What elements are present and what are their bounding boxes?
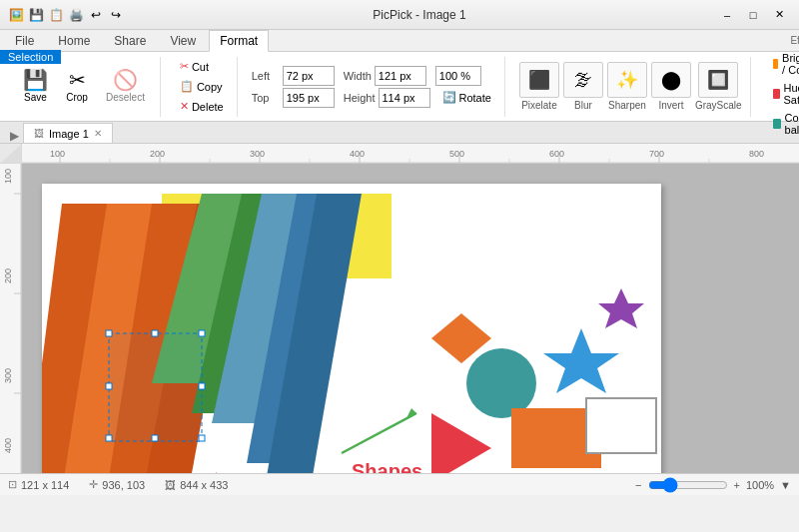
doc-tab-list-icon[interactable]: ▶ (6, 129, 23, 143)
pixelate-button[interactable]: ⬛ (519, 62, 559, 98)
effects-title: Effects (769, 35, 799, 46)
handle-bl (106, 435, 112, 441)
handle-br (199, 435, 205, 441)
delete-icon: ✕ (180, 100, 189, 113)
left-label: Left (252, 70, 280, 82)
handle-bm (152, 435, 158, 441)
title-bar: 🖼️ 💾 📋 🖨️ ↩ ↪ PicPick - Image 1 – □ ✕ (0, 0, 799, 30)
brightness-color-swatch (773, 59, 779, 69)
zoom-dropdown-icon[interactable]: ▼ (780, 479, 791, 491)
balance-label: Color balance (785, 112, 799, 136)
pixelate-label: Pixelate (521, 100, 557, 111)
handle-tm (152, 330, 158, 336)
grayscale-button[interactable]: 🔲 (698, 62, 738, 98)
blue-star (543, 328, 619, 393)
color-balance-button[interactable]: Color balance (769, 110, 799, 138)
color-effects-group: Effects Brightness / Contrast Hue / Satu… (759, 57, 799, 117)
zoom-controls: − + 100% ▼ (635, 478, 791, 492)
window-controls: – □ ✕ (715, 5, 791, 25)
grayscale-label: GrayScale (695, 100, 742, 111)
save-icon[interactable]: 💾 (28, 7, 44, 23)
cut-button[interactable]: ✂ Cut (175, 57, 229, 76)
balance-color-swatch (773, 119, 781, 129)
deselect-button[interactable]: 🚫 Deselect (99, 66, 152, 107)
zoom-minus-icon[interactable]: − (635, 479, 641, 491)
blur-button[interactable]: 🌫 (563, 62, 603, 98)
cut-icon: ✂ (180, 60, 189, 73)
title-bar-tools: 🖼️ 💾 📋 🖨️ ↩ ↪ (8, 7, 124, 23)
brightness-button[interactable]: Brightness / Contrast (769, 50, 799, 78)
svg-line-34 (342, 413, 416, 453)
sharpen-button[interactable]: ✨ (607, 62, 647, 98)
redo-icon[interactable]: ↪ (108, 7, 124, 23)
height-field[interactable] (379, 88, 430, 108)
svg-text:500: 500 (449, 149, 464, 159)
hue-color-swatch (773, 89, 780, 99)
zoom-plus-icon[interactable]: + (734, 479, 740, 491)
tab-format[interactable]: Format (209, 30, 269, 52)
svg-text:100: 100 (3, 169, 13, 184)
save-button[interactable]: 💾 Save (16, 66, 55, 107)
status-bar: ⊡ 121 x 114 ✛ 936, 103 🖼 844 x 433 − + 1… (0, 473, 799, 495)
copy-icon: 📋 (180, 80, 194, 93)
maximize-button[interactable]: □ (741, 5, 765, 25)
document-tab-image1[interactable]: 🖼 Image 1 ✕ (23, 123, 113, 143)
teal-circle (466, 348, 536, 418)
canvas: Shapes LINE Hello world. Curved Arrow wi… (42, 184, 661, 473)
tab-file[interactable]: File (4, 30, 45, 51)
hue-button[interactable]: Hue / Saturation (769, 80, 799, 108)
rotate-label: Rotate (459, 92, 491, 104)
effects-group: ⬛ Pixelate 🌫 Blur ✨ Sharpen ⬤ Invert 🔲 G… (513, 57, 751, 117)
zoom-field[interactable] (435, 66, 481, 86)
delete-button[interactable]: ✕ Delete (175, 97, 229, 116)
dimension-value: 121 x 114 (21, 479, 69, 491)
top-label: Top (252, 92, 280, 104)
zoom-slider[interactable] (648, 478, 728, 492)
svg-text:Shapes: Shapes (352, 460, 422, 473)
minimize-button[interactable]: – (715, 5, 739, 25)
sharpen-group: ✨ Sharpen (607, 62, 647, 111)
purple-star (598, 288, 644, 328)
undo-icon[interactable]: ↩ (88, 7, 104, 23)
tab-home[interactable]: Home (47, 30, 101, 51)
crop-button[interactable]: ✂ Crop (59, 66, 95, 107)
svg-text:400: 400 (350, 149, 365, 159)
dimension-status: ⊡ 121 x 114 (8, 478, 69, 491)
svg-text:200: 200 (3, 268, 13, 283)
zoom-percent: 100% (746, 479, 774, 491)
invert-button[interactable]: ⬤ (651, 62, 691, 98)
blur-group: 🌫 Blur (563, 62, 603, 111)
print-icon[interactable]: 🖨️ (68, 7, 84, 23)
copy-button[interactable]: 📋 Copy (175, 77, 229, 96)
canvas-scroll-area[interactable]: Shapes LINE Hello world. Curved Arrow wi… (22, 164, 799, 473)
white-rect (586, 398, 656, 453)
close-button[interactable]: ✕ (767, 5, 791, 25)
crop-btn-icon: ✂ (69, 70, 86, 90)
deselect-label: Deselect (106, 92, 145, 103)
window-title: PicPick - Image 1 (124, 8, 715, 22)
handle-tl (106, 330, 112, 336)
clipboard-group: ✂ Cut 📋 Copy ✕ Delete (169, 57, 238, 117)
svg-text:400: 400 (3, 438, 13, 453)
deselect-icon: 🚫 (113, 70, 138, 90)
brightness-label: Brightness / Contrast (782, 52, 799, 76)
ruler-corner (0, 144, 22, 164)
left-field[interactable] (283, 66, 335, 86)
tab-view[interactable]: View (159, 30, 207, 51)
rotate-button[interactable]: 🔄 Rotate (437, 88, 496, 107)
blur-label: Blur (574, 100, 592, 111)
svg-text:600: 600 (549, 149, 564, 159)
tab-share[interactable]: Share (103, 30, 157, 51)
top-field[interactable] (283, 88, 335, 108)
position-status: ✛ 936, 103 (89, 478, 145, 491)
doc-tab-icon: 🖼 (34, 128, 44, 139)
position-value: 936, 103 (102, 479, 145, 491)
rotate-icon: 🔄 (442, 91, 456, 104)
doc-tab-close[interactable]: ✕ (94, 128, 102, 139)
image-icon: 🖼 (165, 479, 176, 491)
vertical-ruler: 100 200 300 400 (0, 144, 22, 473)
clipboard-icon[interactable]: 📋 (48, 7, 64, 23)
width-field[interactable] (375, 66, 426, 86)
position-icon: ✛ (89, 478, 98, 491)
cut-label: Cut (192, 61, 209, 73)
